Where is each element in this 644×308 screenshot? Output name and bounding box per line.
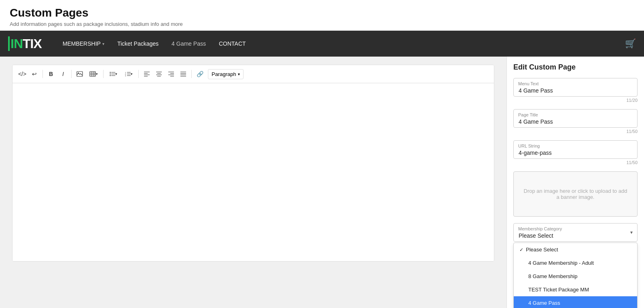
logo-bar [8, 36, 10, 51]
ordered-list-button[interactable]: 1.2.3. ▾ [121, 68, 136, 80]
dropdown-option-4-game-pass[interactable]: 4 Game Pass [514, 296, 637, 308]
membership-category-wrapper: Membership Category Please Select 4 Game… [513, 223, 638, 242]
code-button[interactable]: </> [17, 68, 28, 80]
undo-button[interactable]: ↩ [29, 68, 40, 80]
svg-point-1 [78, 72, 79, 73]
link-button[interactable]: 🔗 [194, 68, 205, 80]
page-title-input[interactable] [513, 109, 638, 128]
italic-button[interactable]: I [57, 68, 69, 80]
table-button[interactable]: ▾ [86, 68, 101, 80]
chevron-down-icon: ▾ [238, 72, 240, 76]
page-header: Custom Pages Add information pages such … [0, 0, 644, 31]
nav-ticket-packages[interactable]: Ticket Packages [112, 37, 163, 50]
paragraph-dropdown[interactable]: Paragraph ▾ [208, 69, 244, 79]
editor-area: </> ↩ B I ▾ ▾ 1.2.3. [0, 57, 506, 308]
nav-membership[interactable]: MEMBERSHIP ▾ [58, 37, 109, 50]
logo-in: IN [11, 36, 23, 51]
dropdown-option-8-game[interactable]: 8 Game Membership [514, 270, 637, 283]
page-subtitle: Add information pages such as package in… [10, 21, 634, 27]
toolbar-separator-2 [71, 70, 72, 78]
align-left-button[interactable] [141, 68, 153, 80]
svg-point-7 [110, 72, 110, 73]
navbar: IN TIX MEMBERSHIP ▾ Ticket Packages 4 Ga… [0, 31, 644, 57]
editor-toolbar: </> ↩ B I ▾ ▾ 1.2.3. [13, 65, 494, 83]
nav-contact[interactable]: CONTACT [214, 37, 251, 50]
url-string-input[interactable] [513, 140, 638, 159]
toolbar-separator-5 [191, 70, 192, 78]
url-string-counter: 11/50 [513, 160, 638, 165]
check-icon: ✓ [519, 247, 523, 253]
svg-text:3.: 3. [125, 75, 126, 76]
toolbar-separator-3 [103, 70, 104, 78]
image-upload[interactable]: Drop an image here or click to upload to… [513, 171, 638, 217]
svg-rect-2 [90, 72, 95, 76]
chevron-down-icon: ▾ [102, 42, 104, 46]
menu-text-counter: 11/20 [513, 98, 638, 103]
editor-wrapper: </> ↩ B I ▾ ▾ 1.2.3. [12, 65, 494, 262]
toolbar-separator-4 [138, 70, 139, 78]
membership-category-dropdown[interactable]: ✓ Please Select 4 Game Membership - Adul… [513, 243, 638, 308]
dropdown-option-test-ticket[interactable]: TEST Ticket Package MM [514, 283, 637, 296]
svg-point-8 [110, 74, 110, 74]
nav-items: MEMBERSHIP ▾ Ticket Packages 4 Game Pass… [58, 37, 625, 50]
panel-title: Edit Custom Page [513, 63, 638, 72]
toolbar-separator [42, 70, 43, 78]
dropdown-option-please-select[interactable]: ✓ Please Select [514, 243, 637, 256]
bullet-list-button[interactable]: ▾ [106, 68, 121, 80]
logo-tix: TIX [23, 36, 42, 51]
chevron-down-icon: ▾ [115, 72, 117, 76]
main-content: </> ↩ B I ▾ ▾ 1.2.3. [0, 57, 644, 308]
right-panel: Edit Custom Page Menu Text 11/20 Page Ti… [506, 57, 644, 308]
page-title-counter: 11/50 [513, 129, 638, 134]
image-button[interactable] [74, 68, 85, 80]
logo[interactable]: IN TIX [8, 36, 42, 51]
menu-text-field: Menu Text 11/20 [513, 78, 638, 103]
svg-point-9 [110, 75, 110, 76]
dropdown-option-4-game-adult[interactable]: 4 Game Membership - Adult [514, 256, 637, 270]
nav-4-game-pass[interactable]: 4 Game Pass [167, 37, 211, 50]
chevron-down-icon: ▾ [131, 72, 133, 76]
page-title: Custom Pages [10, 6, 634, 19]
page-title-field: Page Title 11/50 [513, 109, 638, 134]
membership-category-select[interactable]: Please Select 4 Game Membership - Adult … [513, 223, 638, 242]
editor-body[interactable] [13, 83, 494, 261]
url-string-field: URL String 11/50 [513, 140, 638, 165]
align-center-button[interactable] [153, 68, 165, 80]
menu-text-input[interactable] [513, 78, 638, 97]
align-right-button[interactable] [165, 68, 177, 80]
chevron-down-icon: ▾ [96, 72, 98, 76]
align-justify-button[interactable] [178, 68, 189, 80]
cart-icon[interactable]: 🛒 [625, 38, 636, 49]
bold-button[interactable]: B [45, 68, 57, 80]
